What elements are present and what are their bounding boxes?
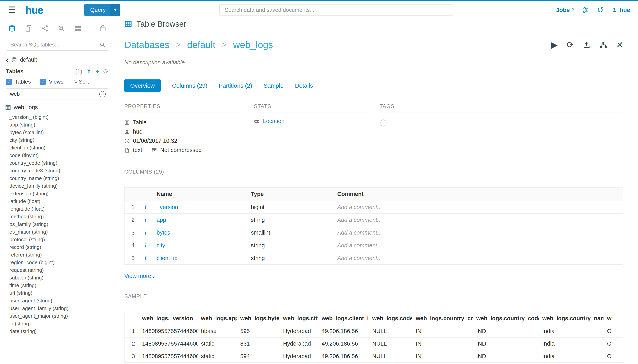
views-checkbox[interactable]: ✓ (40, 79, 46, 85)
column-list-item[interactable]: device_family (string) (10, 182, 113, 190)
bag-icon[interactable] (99, 25, 106, 32)
column-list-item[interactable]: user_agent (string) (10, 297, 113, 304)
apps-grid-icon[interactable] (74, 25, 82, 32)
column-list-item[interactable]: country_name (string) (10, 174, 113, 182)
columns-header-comment[interactable]: Comment (333, 188, 623, 201)
breadcrumb-databases[interactable]: Databases (124, 40, 169, 50)
column-name-link[interactable]: client_ip (157, 255, 177, 261)
column-list-item[interactable]: referer (string) (10, 251, 113, 259)
query-dropdown-caret[interactable]: ▾ (110, 4, 120, 16)
documents-icon[interactable] (25, 25, 32, 32)
column-list-item[interactable]: record (string) (10, 244, 113, 251)
column-comment[interactable]: Add a comment... (333, 252, 623, 264)
column-list-item[interactable]: user_agent_family (string) (10, 304, 113, 312)
column-list-item[interactable]: city (string) (10, 136, 113, 144)
columns-header-type[interactable]: Type (247, 188, 333, 201)
info-icon[interactable]: i (145, 216, 146, 223)
column-name-link[interactable]: app (157, 217, 166, 223)
sort-control[interactable]: Sort (72, 79, 89, 85)
column-list-item[interactable]: country_code (string) (10, 159, 113, 167)
sliders-icon[interactable] (582, 6, 589, 14)
info-icon[interactable]: i (145, 204, 146, 210)
sql-tables-search (6, 39, 109, 50)
table-icon (124, 120, 130, 125)
column-name-link[interactable]: bytes (157, 230, 170, 236)
column-list-item[interactable]: user_agent_major (string) (10, 312, 113, 320)
property-created: 01/06/2017 10:32 (124, 136, 242, 146)
column-comment[interactable]: Add a comment... (333, 239, 623, 252)
search-plus-icon[interactable] (58, 25, 65, 32)
column-list-item[interactable]: protocol (string) (10, 236, 113, 244)
sample-cell: 49.206.186.56 (318, 350, 369, 363)
column-comment[interactable]: Add a comment... (333, 201, 623, 214)
column-name-link[interactable]: _version_ (157, 204, 181, 210)
info-icon[interactable]: i (145, 242, 146, 248)
column-list-item[interactable]: date (string) (10, 328, 113, 335)
search-icon[interactable] (96, 39, 109, 50)
tab[interactable]: Details (295, 80, 313, 92)
filter-funnel-icon[interactable] (86, 69, 92, 74)
column-list-item[interactable]: bytes (smallint) (10, 129, 113, 136)
user-menu[interactable]: hue (611, 7, 630, 13)
column-list-item[interactable]: _version_ (bigint) (10, 113, 113, 121)
breadcrumb-web-logs[interactable]: web_logs (233, 40, 273, 50)
sample-cell: static (197, 338, 237, 350)
info-icon[interactable]: i (145, 229, 146, 236)
tab[interactable]: Overview (124, 80, 161, 92)
column-name-link[interactable]: city (157, 242, 165, 248)
column-list-item[interactable]: client_ip (string) (10, 144, 113, 152)
history-icon[interactable]: ↺ (597, 6, 604, 14)
active-database-name[interactable]: default (20, 56, 37, 63)
refresh-icon[interactable]: ⟳ (567, 41, 574, 49)
table-description[interactable]: No description available (124, 59, 623, 66)
column-list-item[interactable]: url (string) (10, 289, 113, 297)
location-link[interactable]: Location (263, 118, 285, 124)
global-search-input[interactable] (219, 4, 453, 16)
tables-checkbox[interactable]: ✓ (6, 79, 12, 85)
tab[interactable]: Partitions (2) (219, 80, 252, 92)
columns-header-name[interactable]: Name (153, 188, 247, 201)
chevron-left-icon[interactable]: ‹ (6, 57, 9, 63)
table-item-web-logs[interactable]: web_logs (0, 100, 115, 112)
refresh-icon[interactable]: ⟳ (103, 68, 109, 75)
column-list-item[interactable]: subapp (string) (10, 274, 113, 282)
tab[interactable]: Columns (29) (172, 80, 207, 92)
view-more-link[interactable]: View more... (124, 273, 156, 279)
play-icon[interactable]: ▶ (551, 41, 557, 49)
close-icon[interactable]: ✕ (616, 41, 623, 49)
table-name-filter: ✕ (6, 88, 109, 100)
add-table-icon[interactable]: + (96, 68, 99, 74)
column-type: string (247, 214, 333, 226)
column-comment[interactable]: Add a comment... (333, 214, 623, 226)
app-header: Table Browser (115, 19, 638, 29)
column-list-item[interactable]: latitude (float) (10, 198, 113, 205)
sql-tables-search-input[interactable] (6, 39, 109, 50)
clear-filter-icon[interactable]: ✕ (99, 91, 106, 97)
sitemap-icon[interactable] (599, 41, 607, 49)
column-list-item[interactable]: code (tinyint) (10, 152, 113, 159)
query-button[interactable]: Query ▾ (84, 4, 120, 16)
database-icon[interactable] (8, 25, 16, 32)
column-comment[interactable]: Add a comment... (333, 226, 623, 239)
column-list-item[interactable]: id (string) (10, 320, 113, 328)
column-list-item[interactable]: request (string) (10, 266, 113, 274)
column-list-item[interactable]: method (string) (10, 213, 113, 220)
share-nodes-icon[interactable] (41, 25, 49, 32)
column-list-item[interactable]: os_major (string) (10, 228, 113, 236)
hamburger-menu-icon[interactable]: ☰ (8, 6, 16, 14)
breadcrumb-default[interactable]: default (187, 40, 216, 50)
column-list-item[interactable]: country_code3 (string) (10, 167, 113, 174)
column-list-item[interactable]: longitude (float) (10, 205, 113, 213)
tab[interactable]: Sample (264, 80, 284, 92)
upload-icon[interactable] (583, 41, 590, 49)
column-list-item[interactable]: os_family (string) (10, 220, 113, 228)
hue-logo[interactable]: hue (25, 4, 43, 16)
info-icon[interactable]: i (145, 255, 146, 261)
sort-label: Sort (79, 79, 89, 85)
jobs-link[interactable]: Jobs2 (556, 7, 574, 13)
column-list-item[interactable]: time (string) (10, 282, 113, 289)
table-name-filter-input[interactable] (6, 88, 109, 100)
column-list-item[interactable]: extension (string) (10, 190, 113, 198)
column-list-item[interactable]: app (string) (10, 121, 113, 129)
column-list-item[interactable]: region_code (bigint) (10, 259, 113, 266)
